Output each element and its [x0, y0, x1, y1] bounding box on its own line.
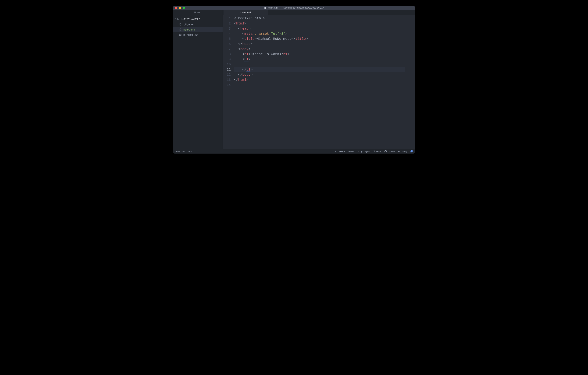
tree-item[interactable]: .gitignore [173, 22, 223, 27]
right-gutter [405, 15, 415, 149]
line-number-gutter: 1234567891011121314 [223, 15, 233, 149]
minimize-window-button[interactable] [179, 7, 181, 9]
status-line-ending[interactable]: LF [334, 150, 336, 153]
tree-item-label: .gitignore [183, 23, 194, 26]
document-icon [264, 7, 266, 9]
tree-root[interactable]: su2020-avt217 [173, 16, 223, 22]
tree-item-label: README.md [183, 33, 198, 36]
svg-point-0 [358, 151, 358, 151]
repo-icon [177, 18, 180, 20]
sidebar: Project su2020-avt217 .gitignoreindex.ht… [173, 10, 223, 149]
github-icon [384, 150, 387, 153]
svg-point-1 [358, 152, 358, 152]
status-branch[interactable]: gh-pages [357, 150, 370, 153]
close-window-button[interactable] [175, 7, 177, 9]
zoom-window-button[interactable] [183, 7, 185, 9]
status-git[interactable]: Git (2) [398, 150, 407, 153]
sidebar-tab-label: Project [194, 11, 201, 14]
editor-area: index.html 1234567891011121314 <!DOCTYPE… [223, 10, 415, 149]
window-title: index.html — ~/Documents/Repositories/su… [173, 6, 415, 9]
git-commit-icon [398, 150, 400, 153]
status-encoding[interactable]: UTF-8 [339, 150, 346, 153]
editor-body: Project su2020-avt217 .gitignoreindex.ht… [173, 10, 415, 149]
tab-bar: index.html [223, 10, 415, 15]
chevron-down-icon [174, 18, 176, 20]
tree-item[interactable]: index.html [173, 27, 223, 32]
tree-item-label: index.html [183, 28, 195, 31]
status-cursor[interactable]: 11:10 [188, 150, 193, 153]
code-editor[interactable]: 1234567891011121314 <!DOCTYPE html><html… [223, 15, 415, 149]
window-controls [175, 7, 185, 9]
svg-point-2 [359, 151, 359, 151]
status-fetch[interactable]: Fetch [373, 150, 381, 153]
tree-item[interactable]: README.md [173, 32, 223, 38]
status-grammar[interactable]: HTML [348, 150, 354, 153]
window-title-text: index.html — ~/Documents/Repositories/su… [267, 6, 324, 9]
git-branch-icon [357, 150, 360, 153]
sidebar-tab-project[interactable]: Project [173, 10, 223, 15]
squirrel-icon[interactable] [410, 150, 413, 153]
titlebar: index.html — ~/Documents/Repositories/su… [173, 6, 415, 10]
status-bar: index.html 11:10 LF UTF-8 HTML gh-pages [173, 149, 415, 154]
tree-root-label: su2020-avt217 [181, 17, 200, 21]
editor-window: index.html — ~/Documents/Repositories/su… [173, 6, 415, 154]
status-file[interactable]: index.html [175, 150, 185, 153]
file-tab-label: index.html [240, 11, 251, 14]
file-tree: su2020-avt217 .gitignoreindex.htmlREADME… [173, 15, 223, 39]
sync-icon [373, 150, 375, 153]
file-icon [179, 23, 182, 26]
book-icon [179, 34, 182, 36]
svg-point-3 [398, 151, 399, 152]
file-icon [179, 28, 182, 31]
file-tab-active[interactable]: index.html [223, 10, 268, 15]
code-content[interactable]: <!DOCTYPE html><html> <head> <meta chars… [233, 15, 405, 149]
status-github[interactable]: GitHub [384, 150, 395, 153]
